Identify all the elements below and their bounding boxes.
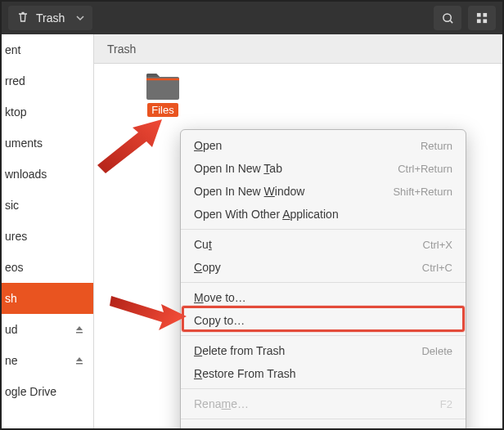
menu-restore-from-trash[interactable]: Restore From Trash <box>181 362 466 385</box>
svg-point-0 <box>443 13 450 20</box>
menu-separator <box>181 335 466 336</box>
sidebar-item-phone[interactable]: ne <box>2 345 93 376</box>
menu-separator <box>181 282 466 283</box>
sidebar-item-starred[interactable]: rred <box>2 65 93 96</box>
context-menu: Open Return Open In New Tab Ctrl+Return … <box>180 129 466 430</box>
sidebar-item-trash[interactable]: sh <box>2 283 93 314</box>
eject-icon[interactable] <box>74 355 85 366</box>
svg-rect-4 <box>483 19 487 23</box>
menu-separator <box>181 388 466 389</box>
svg-rect-1 <box>476 12 480 16</box>
menu-delete-from-trash[interactable]: Delete from Trash Delete <box>181 339 466 362</box>
eject-icon[interactable] <box>74 324 85 335</box>
view-button[interactable] <box>468 6 496 30</box>
sidebar-item-music[interactable]: sic <box>2 190 93 221</box>
menu-cut[interactable]: Cut Ctrl+X <box>181 233 466 256</box>
trash-icon <box>16 11 29 26</box>
folder-label: Files <box>147 103 178 117</box>
menu-send-to[interactable]: Send to… <box>181 423 466 430</box>
svg-rect-2 <box>483 12 487 16</box>
menu-move-to[interactable]: Move to… <box>181 286 466 309</box>
folder-item[interactable]: Files <box>139 70 187 117</box>
menu-copy-to[interactable]: Copy to… <box>181 309 466 332</box>
sidebar-item-cloud[interactable]: ud <box>2 314 93 345</box>
sidebar-item-documents[interactable]: uments <box>2 128 93 159</box>
content-title: Trash <box>94 34 502 64</box>
sidebar-item-recent[interactable]: ent <box>2 34 93 65</box>
sidebar-item-pictures[interactable]: ures <box>2 221 93 252</box>
sidebar-item-desktop[interactable]: ktop <box>2 96 93 128</box>
folder-icon <box>145 70 181 101</box>
location-label: Trash <box>36 11 65 25</box>
location-button[interactable]: Trash <box>8 6 92 30</box>
menu-open-new-window[interactable]: Open In New Window Shift+Return <box>181 180 466 203</box>
menu-open-new-tab[interactable]: Open In New Tab Ctrl+Return <box>181 157 466 180</box>
sidebar-item-downloads[interactable]: wnloads <box>2 159 93 190</box>
sidebar-item-videos[interactable]: eos <box>2 252 93 283</box>
menu-separator <box>181 229 466 230</box>
sidebar: ent rred ktop uments wnloads sic ures eo… <box>2 34 94 428</box>
svg-rect-3 <box>476 19 480 23</box>
menu-open[interactable]: Open Return <box>181 134 466 157</box>
sidebar-item-google-drive[interactable]: ogle Drive <box>2 376 93 407</box>
menu-separator <box>181 419 466 419</box>
search-button[interactable] <box>434 6 461 30</box>
menu-open-with-other[interactable]: Open With Other Application <box>181 203 466 226</box>
menu-rename: Rename… F2 <box>181 392 466 415</box>
topbar-actions <box>434 6 496 30</box>
menu-copy[interactable]: Copy Ctrl+C <box>181 256 466 279</box>
chevron-down-icon <box>76 11 84 25</box>
topbar: Trash <box>2 2 502 34</box>
